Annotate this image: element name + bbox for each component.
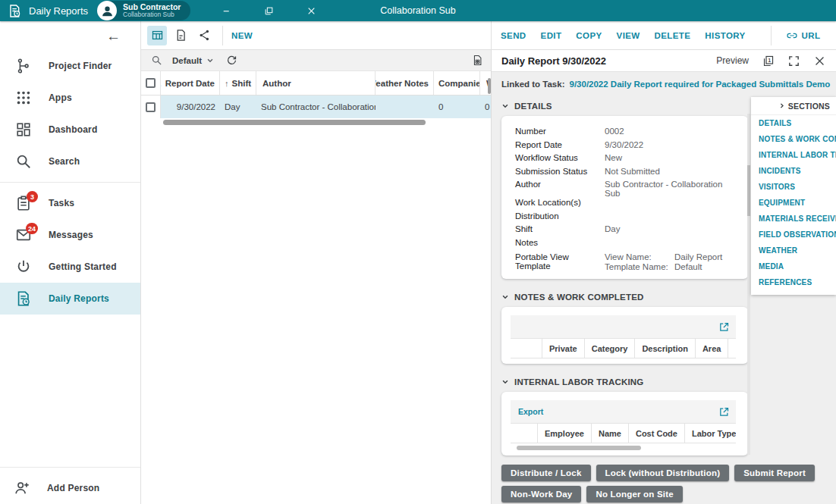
vertical-scrollbar-thumb[interactable] xyxy=(747,165,750,216)
open-in-new-icon[interactable] xyxy=(718,321,730,333)
edit-button[interactable]: EDIT xyxy=(541,31,562,40)
export-link[interactable]: Export xyxy=(518,407,543,416)
section-link-media[interactable]: MEDIA xyxy=(751,258,836,274)
copy-button[interactable]: COPY xyxy=(576,31,602,40)
column-header-private: Private xyxy=(542,339,585,358)
document-view-button[interactable] xyxy=(171,26,190,45)
no-longer-on-site-button[interactable]: No Longer on Site xyxy=(586,486,682,502)
view-selector-value: Default xyxy=(172,56,202,65)
column-header-cost-code: Cost Code xyxy=(629,424,685,443)
detail-field: Notes xyxy=(515,238,734,252)
non-work-day-button[interactable]: Non-Work Day xyxy=(501,486,581,502)
sidebar-item-daily-reports[interactable]: Daily Reports xyxy=(0,283,140,315)
section-link-equipment[interactable]: EQUIPMENT xyxy=(751,195,836,211)
submit-report-button[interactable]: Submit Report xyxy=(734,465,815,481)
table-blank-cell xyxy=(728,339,736,358)
restore-window-button[interactable] xyxy=(262,6,275,16)
linked-task-link[interactable]: 9/30/2022 Daily Report required for Pack… xyxy=(570,80,831,89)
project-finder-icon xyxy=(15,58,32,74)
sidebar-item-label: Tasks xyxy=(49,198,74,208)
sidebar-item-tasks[interactable]: 3 Tasks xyxy=(0,187,140,219)
column-header-author[interactable]: Author xyxy=(256,71,376,95)
open-in-new-icon[interactable] xyxy=(718,406,730,418)
daily-reports-app-icon xyxy=(8,4,22,18)
single-page-view-icon[interactable]: 1 xyxy=(762,55,775,67)
chevron-down-icon xyxy=(501,293,509,301)
sidebar-item-label: Getting Started xyxy=(49,261,117,272)
sidebar-item-project-finder[interactable]: Project Finder xyxy=(0,50,140,82)
toolbar-divider xyxy=(771,26,772,45)
lock-without-distribution-button[interactable]: Lock (without Distribution) xyxy=(596,465,730,481)
list-view-button[interactable] xyxy=(147,26,167,45)
refresh-icon[interactable] xyxy=(226,55,237,66)
sidebar-item-dashboard[interactable]: Dashboard xyxy=(0,114,140,146)
section-title: DETAILS xyxy=(514,102,552,111)
section-link-notes[interactable]: NOTES & WORK COMP... xyxy=(751,131,836,147)
user-menu[interactable]: Sub Contractor Collaboration Sub xyxy=(97,1,190,20)
app-title: Daily Reports xyxy=(29,5,88,17)
column-header-report-date[interactable]: ↓Report Date xyxy=(161,71,220,95)
sidebar-item-label: Search xyxy=(49,156,80,167)
chevron-down-icon xyxy=(501,378,509,386)
history-button[interactable]: HISTORY xyxy=(705,31,745,40)
export-to-file-icon[interactable] xyxy=(472,55,483,66)
sidebar-item-messages[interactable]: 24 Messages xyxy=(0,219,140,251)
tasks-badge: 3 xyxy=(27,191,38,202)
sidebar-item-getting-started[interactable]: Getting Started xyxy=(0,251,140,283)
section-link-incidents[interactable]: INCIDENTS xyxy=(751,163,836,179)
dashboard-icon xyxy=(15,121,32,138)
minimize-button[interactable] xyxy=(219,6,233,16)
add-person-button[interactable]: Add Person xyxy=(0,472,140,504)
vertical-scrollbar[interactable] xyxy=(488,78,491,94)
url-label: URL xyxy=(802,31,821,40)
column-header-companies[interactable]: Companies xyxy=(434,71,480,95)
cell-workers: 0 xyxy=(480,95,491,118)
view-button[interactable]: VIEW xyxy=(617,31,640,40)
delete-button[interactable]: DELETE xyxy=(655,31,691,40)
close-detail-icon[interactable] xyxy=(813,55,826,67)
section-link-materials-received[interactable]: MATERIALS RECEIVED xyxy=(751,211,836,227)
cell-report-date: 9/30/2022 xyxy=(161,95,220,118)
column-header-area: Area xyxy=(696,339,728,358)
detail-pane: Daily Report 9/30/2022 Preview 1 xyxy=(492,50,836,504)
section-link-field-observations[interactable]: FIELD OBSERVATIONS xyxy=(751,227,836,243)
sidebar-item-apps[interactable]: Apps xyxy=(0,82,140,114)
section-link-details[interactable]: DETAILS xyxy=(751,115,836,131)
add-person-label: Add Person xyxy=(47,483,99,493)
section-link-internal-labor[interactable]: INTERNAL LABOR TRA... xyxy=(751,147,836,163)
add-person-icon xyxy=(14,480,30,496)
share-button[interactable] xyxy=(194,26,214,45)
svg-text:1: 1 xyxy=(768,57,771,62)
preview-toggle[interactable]: Preview xyxy=(716,55,749,66)
row-checkbox[interactable] xyxy=(141,95,161,118)
collapse-sidebar-arrow-icon[interactable]: ← xyxy=(106,29,121,43)
column-header-weather-notes[interactable]: Weather Notes xyxy=(376,71,434,95)
view-selector-dropdown[interactable]: Default xyxy=(172,56,214,65)
toolbar-divider xyxy=(222,26,223,45)
column-header-shift[interactable]: ↑Shift xyxy=(220,71,256,95)
horizontal-scrollbar[interactable] xyxy=(517,446,641,450)
horizontal-scrollbar[interactable] xyxy=(163,120,426,125)
section-link-references[interactable]: REFERENCES xyxy=(751,274,836,290)
close-window-button[interactable] xyxy=(304,6,318,16)
send-button[interactable]: SEND xyxy=(501,31,526,40)
sections-collapse-toggle[interactable]: SECTIONS xyxy=(751,97,836,115)
search-icon[interactable] xyxy=(151,55,162,66)
report-row-selected[interactable]: 9/30/2022 Day Sub Contractor - Collabora… xyxy=(141,95,491,118)
section-link-weather[interactable]: WEATHER xyxy=(751,243,836,258)
labor-section-toggle[interactable]: INTERNAL LABOR TRACKING xyxy=(501,377,836,387)
sidebar-item-label: Messages xyxy=(49,230,93,240)
section-link-visitors[interactable]: VISITORS xyxy=(751,179,836,195)
select-all-checkbox[interactable] xyxy=(141,71,161,95)
fullscreen-icon[interactable] xyxy=(787,55,800,67)
sort-desc-icon: ↓ xyxy=(161,79,162,88)
detail-field: AuthorSub Contractor - Collaboration Sub xyxy=(515,180,734,198)
url-button[interactable]: URL xyxy=(786,30,821,42)
notes-card: Private Category Description Area xyxy=(501,307,748,364)
search-icon xyxy=(15,153,32,170)
chevron-down-icon xyxy=(501,102,509,110)
messages-badge: 24 xyxy=(26,223,38,234)
distribute-lock-button[interactable]: Distribute / Lock xyxy=(501,465,591,481)
sidebar-item-search[interactable]: Search xyxy=(0,146,140,177)
new-button[interactable]: NEW xyxy=(231,31,253,40)
